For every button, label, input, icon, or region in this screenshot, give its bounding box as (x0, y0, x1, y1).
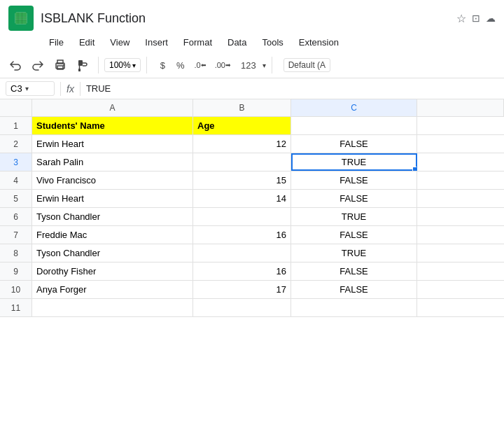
formula-bar-divider-2 (80, 82, 80, 96)
row-num-3[interactable]: 3 (0, 153, 32, 171)
cell-a1[interactable]: Students' Name (32, 117, 193, 134)
separator-1 (98, 57, 99, 74)
cell-c8[interactable]: TRUE (291, 244, 417, 262)
row-num-6[interactable]: 6 (0, 208, 32, 225)
zoom-dropdown-icon: ▾ (132, 62, 136, 69)
cell-c11[interactable] (291, 299, 417, 316)
cell-b9[interactable]: 16 (193, 262, 291, 280)
cell-b11[interactable] (193, 299, 291, 316)
row-num-8[interactable]: 8 (0, 244, 32, 262)
svg-rect-4 (18, 13, 18, 24)
cell-a11[interactable] (32, 299, 193, 316)
redo-button[interactable] (28, 55, 48, 75)
svg-rect-12 (78, 60, 83, 66)
cell-c4[interactable]: FALSE (291, 172, 417, 189)
table-row: 9 Dorothy Fisher 16 FALSE (0, 262, 504, 281)
cell-a9[interactable]: Dorothy Fisher (32, 262, 193, 280)
cell-b6[interactable] (193, 208, 291, 225)
col-header-b[interactable]: B (193, 99, 291, 116)
row-num-9[interactable]: 9 (0, 262, 32, 280)
cell-b4[interactable]: 15 (193, 172, 291, 189)
app-logo (8, 6, 34, 31)
default-format-control[interactable]: Default (A (284, 58, 330, 72)
row-num-1[interactable]: 1 (0, 117, 32, 134)
cell-c7[interactable]: FALSE (291, 226, 417, 244)
row-num-header (0, 99, 32, 116)
cell-a5[interactable]: Erwin Heart (32, 190, 193, 207)
row-num-11[interactable]: 11 (0, 299, 32, 316)
table-row: 8 Tyson Chandler TRUE (0, 244, 504, 262)
row-num-5[interactable]: 5 (0, 190, 32, 207)
more-formats-button[interactable]: 123 (236, 58, 261, 73)
cell-b5[interactable]: 14 (193, 190, 291, 207)
menu-data[interactable]: Data (220, 35, 253, 50)
cell-a4[interactable]: Vivo Francisco (32, 172, 193, 189)
svg-rect-9 (57, 60, 63, 64)
table-row: 7 Freddie Mac 16 FALSE (0, 226, 504, 244)
row-num-2[interactable]: 2 (0, 135, 32, 153)
percent-button[interactable]: % (172, 58, 190, 73)
row-num-10[interactable]: 10 (0, 281, 32, 298)
menu-view[interactable]: View (103, 35, 136, 50)
cell-b7[interactable]: 16 (193, 226, 291, 244)
cell-ref-dropdown-icon: ▾ (25, 85, 29, 92)
svg-rect-1 (15, 13, 27, 17)
undo-button[interactable] (6, 55, 25, 75)
menu-format[interactable]: Format (176, 35, 219, 50)
paint-format-button[interactable] (73, 55, 92, 75)
decimal-increase-button[interactable]: .00 ➡ (211, 59, 234, 71)
col-header-c[interactable]: C (291, 99, 417, 116)
table-row: 6 Tyson Chandler TRUE (0, 208, 504, 226)
currency-button[interactable]: $ (155, 58, 170, 73)
separator-3 (272, 57, 272, 74)
cell-b10[interactable]: 17 (193, 281, 291, 298)
cell-ref-value: C3 (10, 83, 22, 94)
col-header-a[interactable]: A (32, 99, 193, 116)
print-button[interactable] (50, 55, 70, 75)
table-row: 3 Sarah Palin TRUE (0, 153, 504, 172)
cell-b3[interactable] (193, 153, 291, 171)
zoom-control[interactable]: 100% ▾ (104, 58, 141, 72)
cell-c1[interactable] (291, 117, 417, 134)
svg-rect-5 (22, 13, 22, 24)
folder-icon[interactable]: ⊡ (472, 13, 480, 24)
row-num-7[interactable]: 7 (0, 226, 32, 244)
menu-file[interactable]: File (42, 35, 71, 50)
title-icons: ☆ ⊡ ☁ (456, 12, 496, 25)
cell-b8[interactable] (193, 244, 291, 262)
cell-a2[interactable]: Erwin Heart (32, 135, 193, 153)
cloud-icon[interactable]: ☁ (486, 13, 496, 24)
star-icon[interactable]: ☆ (456, 12, 466, 25)
cell-b2[interactable]: 12 (193, 135, 291, 153)
toolbar: 100% ▾ $ % .0 ⬅ .00 ➡ 123 ▾ Default (A (0, 52, 504, 78)
menu-edit[interactable]: Edit (72, 35, 102, 50)
cell-a7[interactable]: Freddie Mac (32, 226, 193, 244)
cell-a8[interactable]: Tyson Chandler (32, 244, 193, 262)
menu-extensions[interactable]: Extension (292, 35, 346, 50)
cell-c9[interactable]: FALSE (291, 262, 417, 280)
cell-c5[interactable]: FALSE (291, 190, 417, 207)
cell-c10[interactable]: FALSE (291, 281, 417, 298)
menu-insert[interactable]: Insert (138, 35, 175, 50)
svg-point-11 (63, 64, 64, 66)
formula-input[interactable]: TRUE (86, 83, 498, 94)
cell-a3[interactable]: Sarah Palin (32, 153, 193, 171)
table-row: 1 Students' Name Age (0, 117, 504, 135)
format-controls: $ % .0 ⬅ .00 ➡ 123 ▾ (155, 58, 266, 73)
spreadsheet: A B C 1 Students' Name Age 2 Erwin Heart… (0, 99, 504, 317)
cell-c6[interactable]: TRUE (291, 208, 417, 225)
cell-a6[interactable]: Tyson Chandler (32, 208, 193, 225)
row-num-4[interactable]: 4 (0, 172, 32, 189)
cell-c2[interactable]: FALSE (291, 135, 417, 153)
cell-a10[interactable]: Anya Forger (32, 281, 193, 298)
cell-c3[interactable]: TRUE (291, 153, 417, 171)
cell-b1[interactable]: Age (193, 117, 291, 134)
cell-reference[interactable]: C3 ▾ (6, 81, 55, 96)
table-row: 5 Erwin Heart 14 FALSE (0, 190, 504, 208)
table-row: 2 Erwin Heart 12 FALSE (0, 135, 504, 153)
zoom-value: 100% (109, 60, 131, 70)
table-row: 11 (0, 299, 504, 317)
menu-tools[interactable]: Tools (255, 35, 290, 50)
decimal-decrease-button[interactable]: .0 ⬅ (191, 59, 210, 71)
formula-bar-divider (60, 82, 61, 96)
